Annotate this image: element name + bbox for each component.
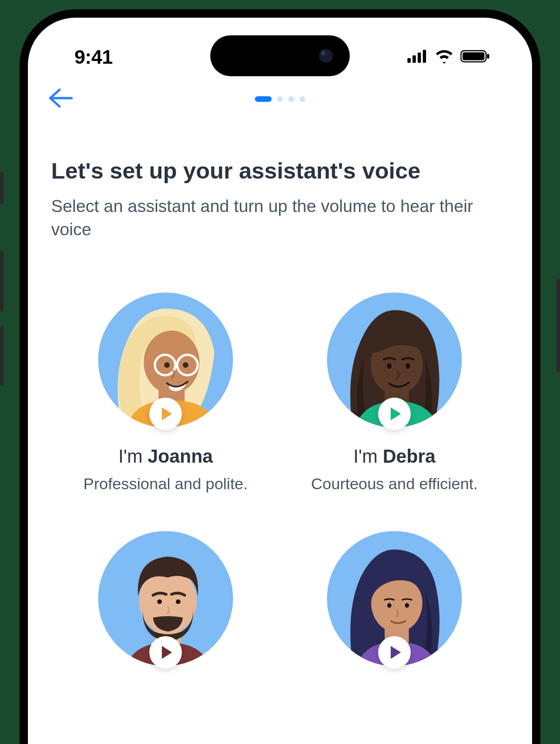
assistant-name: I'm Joanna [118,446,213,467]
svg-rect-0 [407,58,411,63]
play-button[interactable] [149,636,182,669]
svg-point-20 [157,599,162,604]
assistant-name: I'm Debra [353,446,436,467]
svg-point-9 [164,362,170,368]
assistant-card-3[interactable] [60,531,271,666]
avatar-wrap [98,292,233,427]
svg-point-21 [176,599,180,604]
svg-rect-5 [463,53,485,60]
avatar-wrap [327,292,462,427]
dynamic-island [210,35,350,76]
page-dot-1 [255,96,272,102]
svg-point-25 [405,603,409,608]
page-indicator [255,96,305,102]
assistant-desc: Professional and polite. [83,473,247,494]
play-icon [162,646,172,659]
svg-point-17 [406,363,410,369]
play-icon [391,646,401,659]
page-dot-4 [300,96,305,102]
nav-header [28,78,532,115]
status-time: 9:41 [74,46,113,68]
wifi-icon [434,49,454,65]
avatar-wrap [327,531,462,666]
volume-down-button[interactable] [0,326,4,386]
page-dot-3 [288,96,294,102]
back-button[interactable] [47,86,74,112]
battery-icon [460,49,490,65]
svg-rect-3 [423,50,426,63]
svg-point-10 [183,362,188,368]
svg-point-24 [387,603,392,608]
assistant-card-4[interactable] [289,531,500,666]
play-icon [162,407,172,420]
assistant-card-joanna[interactable]: I'm Joanna Professional and polite. [60,292,271,494]
phone-frame: 9:41 [20,9,540,744]
content: Let's set up your assistant's voice Sele… [28,115,532,666]
camera-icon [319,49,333,63]
svg-point-16 [387,363,392,369]
svg-rect-1 [413,55,416,63]
svg-rect-6 [487,54,489,59]
assistant-desc: Courteous and efficient. [311,473,478,494]
play-button[interactable] [378,398,411,430]
assistant-card-debra[interactable]: I'm Debra Courteous and efficient. [289,292,500,494]
svg-point-7 [144,331,200,394]
cellular-icon [407,50,428,65]
mute-switch[interactable] [0,172,4,205]
avatar-wrap [98,531,233,666]
page-dot-2 [277,96,283,102]
svg-rect-2 [418,53,421,63]
screen: 9:41 [28,18,532,744]
volume-up-button[interactable] [0,251,4,312]
assistants-grid: I'm Joanna Professional and polite. [51,292,509,666]
page-subtitle: Select an assistant and turn up the volu… [51,195,509,241]
play-button[interactable] [378,636,411,669]
play-button[interactable] [149,398,182,430]
status-icons [407,49,504,65]
play-icon [391,407,401,420]
page-title: Let's set up your assistant's voice [51,157,509,185]
power-button[interactable] [556,279,560,372]
